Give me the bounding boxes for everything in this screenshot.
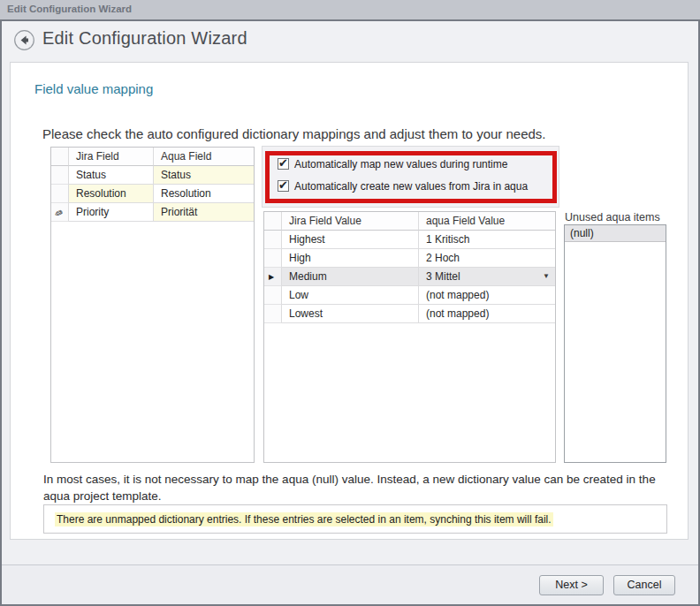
- row-selector[interactable]: [51, 185, 69, 203]
- edit-pencil-icon[interactable]: [51, 203, 69, 222]
- row-selector[interactable]: [264, 231, 282, 249]
- table-row-selected[interactable]: Medium 3 Mittel: [264, 268, 555, 286]
- checkbox-checked-icon[interactable]: [278, 180, 289, 192]
- page-title: Edit Configuration Wizard: [42, 28, 247, 49]
- table-row[interactable]: Low (not mapped): [264, 286, 555, 305]
- list-item-null[interactable]: (null): [565, 225, 666, 242]
- row-selector-header: [264, 212, 282, 231]
- row-selector-header: [51, 148, 69, 166]
- jira-value-cell[interactable]: Low: [282, 286, 419, 305]
- checkbox-checked-icon[interactable]: [278, 158, 289, 170]
- checkbox-label: Automatically create new values from Jir…: [294, 180, 528, 193]
- wizard-footer: Next > Cancel: [2, 564, 698, 604]
- aqua-field-column-header[interactable]: Aqua Field: [154, 148, 254, 166]
- table-header-row: Jira Field Aqua Field: [51, 148, 254, 166]
- table-row[interactable]: Highest 1 Kritisch: [264, 231, 555, 249]
- row-selector[interactable]: [264, 286, 282, 305]
- table-row[interactable]: Lowest (not mapped): [264, 305, 555, 323]
- dropdown-arrow-icon[interactable]: [543, 268, 550, 285]
- instruction-text: Please check the auto configured diction…: [42, 126, 546, 141]
- unused-aqua-items-listbox[interactable]: (null): [564, 224, 666, 463]
- row-selector[interactable]: [264, 249, 282, 268]
- checkbox-label: Automatically map new values during runt…: [294, 158, 507, 170]
- jira-field-cell[interactable]: Priority: [69, 203, 154, 222]
- wizard-window: Edit Configuration Wizard Field value ma…: [0, 19, 700, 606]
- aqua-field-cell[interactable]: Resolution: [154, 185, 254, 203]
- aqua-value-dropdown-cell[interactable]: 3 Mittel: [419, 268, 555, 286]
- aqua-value-cell[interactable]: 2 Hoch: [419, 249, 555, 268]
- jira-field-value-column-header[interactable]: Jira Field Value: [282, 212, 419, 231]
- field-mapping-table: Jira Field Aqua Field Status Status Reso…: [50, 147, 255, 463]
- next-button[interactable]: Next >: [539, 575, 604, 595]
- section-title: Field value mapping: [34, 81, 153, 96]
- table-row[interactable]: High 2 Hoch: [264, 249, 555, 268]
- warning-box: There are unmapped dictionary entries. I…: [43, 504, 667, 534]
- window-titlebar[interactable]: Edit Configuration Wizard: [0, 0, 700, 19]
- aqua-value-cell[interactable]: (not mapped): [419, 305, 555, 323]
- jira-value-cell[interactable]: High: [282, 249, 419, 268]
- aqua-field-value-column-header[interactable]: aqua Field Value: [419, 212, 555, 231]
- screen: Edit Configuration Wizard Edit Configura…: [0, 0, 700, 606]
- aqua-value-cell[interactable]: (not mapped): [419, 286, 555, 305]
- table-row[interactable]: Priority Priorität: [51, 203, 254, 222]
- value-mapping-table: Jira Field Value aqua Field Value Highes…: [263, 211, 556, 463]
- auto-create-values-checkbox-row[interactable]: Automatically create new values from Jir…: [278, 179, 528, 193]
- unused-aqua-items-label: Unused aqua items: [565, 211, 660, 223]
- table-row[interactable]: Resolution Resolution: [51, 185, 254, 203]
- jira-field-cell[interactable]: Status: [69, 166, 154, 185]
- jira-field-cell[interactable]: Resolution: [69, 185, 154, 203]
- auto-mapping-options-panel: Automatically map new values during runt…: [262, 146, 559, 208]
- aqua-value-cell[interactable]: 1 Kritisch: [419, 231, 555, 249]
- back-button[interactable]: [14, 30, 34, 50]
- jira-value-cell[interactable]: Highest: [282, 231, 419, 249]
- jira-value-cell[interactable]: Medium: [282, 268, 419, 286]
- aqua-field-cell[interactable]: Priorität: [154, 203, 254, 222]
- aqua-value-text: 3 Mittel: [426, 270, 460, 283]
- current-row-arrow-icon[interactable]: [264, 268, 282, 286]
- content-panel: Field value mapping Please check the aut…: [10, 62, 689, 540]
- auto-map-values-checkbox-row[interactable]: Automatically map new values during runt…: [278, 157, 507, 170]
- jira-value-cell[interactable]: Lowest: [282, 305, 419, 323]
- table-header-row: Jira Field Value aqua Field Value: [264, 212, 555, 231]
- row-selector[interactable]: [51, 166, 69, 185]
- row-selector[interactable]: [264, 305, 282, 323]
- warning-text: There are unmapped dictionary entries. I…: [55, 512, 553, 526]
- back-arrow-icon: [14, 30, 34, 50]
- jira-field-column-header[interactable]: Jira Field: [69, 148, 154, 166]
- note-text: In most cases, it is not necessary to ma…: [43, 471, 667, 504]
- wizard-header: Edit Configuration Wizard: [2, 21, 698, 60]
- aqua-field-cell[interactable]: Status: [154, 166, 254, 185]
- table-row[interactable]: Status Status: [51, 166, 254, 185]
- cancel-button[interactable]: Cancel: [613, 575, 675, 595]
